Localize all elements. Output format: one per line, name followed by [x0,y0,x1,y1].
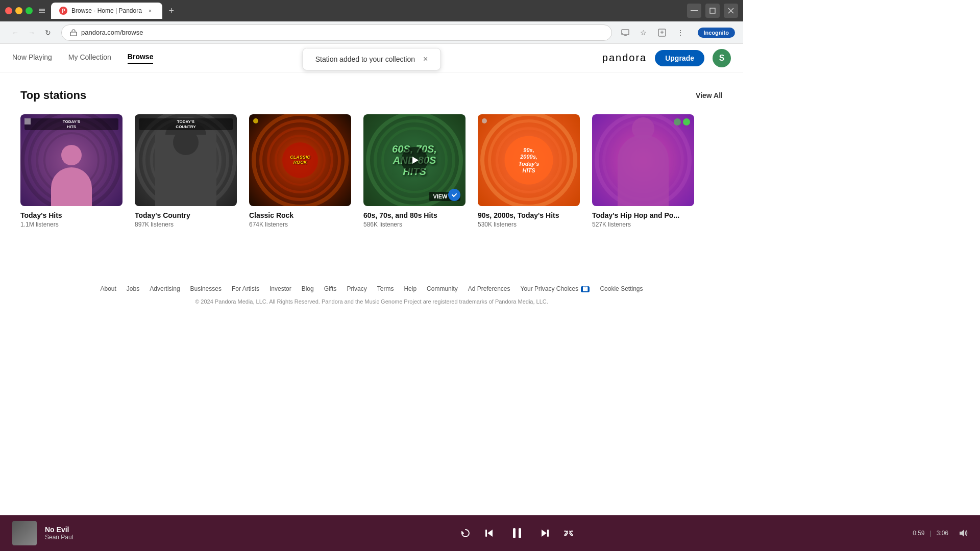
svg-rect-1 [710,8,715,13]
station-art-todays-hits: TODAY'SHITS [20,114,122,206]
footer-link-for-artists[interactable]: For Artists [232,285,259,292]
now-playing-nav[interactable]: Now Playing [12,53,52,63]
station-name-90s2000s: 90s, 2000s, Today's Hits [478,211,580,219]
restore-window-btn[interactable] [705,4,720,18]
tab-favicon: P [59,7,67,15]
footer-link-terms[interactable]: Terms [377,285,394,292]
section-header: Top stations View All [20,89,723,102]
browser-chrome: P Browse - Home | Pandora × + [0,0,743,21]
browser-actions: ☆ ⋮ [618,26,688,40]
app-header: Now Playing My Collection Browse Station… [0,44,743,72]
station-name-60s70s80s: 60s, 70s, and 80s Hits [363,211,465,219]
forward-btn[interactable]: → [24,26,39,40]
incognito-badge: Incognito [698,28,736,38]
station-card-90s2000s[interactable]: 90s,2000s,Today'sHITS 90s, 2000s, Today'… [478,114,580,228]
station-listeners-60s70s80s: 586K listeners [363,221,465,228]
footer-link-advertising[interactable]: Advertising [150,285,180,292]
station-name-hiphop: Today's Hip Hop and Po... [592,211,694,219]
bookmark-btn[interactable]: ☆ [636,26,651,40]
footer-link-cookie-settings[interactable]: Cookie Settings [600,285,643,292]
station-card-hiphop[interactable]: Today's Hip Hop and Po... 527K listeners [592,114,694,228]
tab-list-btn[interactable] [37,6,47,16]
window-minimize-btn[interactable] [15,7,22,14]
svg-marker-5 [412,157,419,164]
station-name-todays-hits: Today's Hits [20,211,122,219]
minimize-window-btn[interactable] [687,4,701,18]
station-name-todays-country: Today's Country [135,211,237,219]
footer-link-businesses[interactable]: Businesses [190,285,222,292]
footer: About Jobs Advertising Businesses For Ar… [0,265,743,325]
upgrade-btn[interactable]: Upgrade [655,50,704,66]
profile-btn[interactable] [655,26,669,40]
station-art-hiphop [592,114,694,206]
window-controls [5,7,33,14]
tab-close-btn[interactable]: × [146,7,154,15]
menu-btn[interactable]: ⋮ [673,26,688,40]
station-listeners-hiphop: 527K listeners [592,221,694,228]
tab-title: Browse - Home | Pandora [71,7,142,14]
navigation-bar: ← → ↻ pandora.com/browse ☆ ⋮ Incognito [0,21,743,44]
station-art-classic-rock: CLASSICROCK [249,114,351,206]
footer-copyright: © 2024 Pandora Media, LLC. All Rights Re… [20,298,723,305]
station-art-60s70s80s: 60S, 70S,AND 80SHITS VIEW ●●● [363,114,465,206]
browser-nav-arrows: ← → ↻ [8,26,55,40]
screen-cast-btn[interactable] [618,26,632,40]
station-card-classic-rock[interactable]: CLASSICROCK Classic Rock 674K listeners [249,114,351,228]
footer-link-help[interactable]: Help [404,285,416,292]
footer-link-privacy[interactable]: Privacy [347,285,366,292]
station-art-todays-country: TODAY'SCOUNTRY [135,114,237,206]
stations-grid: TODAY'SHITS Today's Hits 1.1M listeners … [20,114,723,228]
footer-link-investor[interactable]: Investor [270,285,291,292]
station-card-todays-hits[interactable]: TODAY'SHITS Today's Hits 1.1M listeners [20,114,122,228]
station-listeners-todays-hits: 1.1M listeners [20,221,122,228]
station-listeners-90s2000s: 530K listeners [478,221,580,228]
notification-close-btn[interactable]: × [423,55,428,64]
refresh-btn[interactable]: ↻ [41,26,55,40]
footer-link-your-privacy[interactable]: Your Privacy Choices 🆂 [520,285,590,292]
footer-link-blog[interactable]: Blog [302,285,314,292]
station-name-classic-rock: Classic Rock [249,211,351,219]
tab-bar: P Browse - Home | Pandora × + [51,3,683,19]
back-btn[interactable]: ← [8,26,22,40]
svg-rect-0 [691,10,698,11]
user-avatar[interactable]: S [713,49,731,67]
lock-icon [70,29,77,36]
station-listeners-classic-rock: 674K listeners [249,221,351,228]
new-tab-btn[interactable]: + [164,4,179,18]
window-close-btn[interactable] [5,7,12,14]
todays-country-badge: TODAY'SCOUNTRY [139,118,233,130]
my-collection-nav[interactable]: My Collection [68,53,111,63]
app-nav: Now Playing My Collection Browse [12,53,153,64]
station-card-todays-country[interactable]: TODAY'SCOUNTRY Today's Country 897K list… [135,114,237,228]
browse-nav[interactable]: Browse [128,53,154,64]
close-window-btn[interactable] [724,4,738,18]
footer-links: About Jobs Advertising Businesses For Ar… [20,285,723,292]
footer-link-about[interactable]: About [101,285,116,292]
station-card-60s70s80s[interactable]: 60S, 70S,AND 80SHITS VIEW ●●● [363,114,465,228]
added-check [448,189,460,201]
footer-link-jobs[interactable]: Jobs [127,285,139,292]
footer-link-ad-preferences[interactable]: Ad Preferences [468,285,510,292]
play-btn-60s70s80s[interactable] [401,147,428,173]
station-art-90s2000s: 90s,2000s,Today'sHITS [478,114,580,206]
pandora-logo-area: pandora Upgrade S [602,49,731,67]
url-text: pandora.com/browse [81,29,143,36]
todays-hits-badge: TODAY'SHITS [24,118,118,130]
footer-link-community[interactable]: Community [427,285,458,292]
station-listeners-todays-country: 897K listeners [135,221,237,228]
view-all-link[interactable]: View All [696,91,723,99]
active-tab[interactable]: P Browse - Home | Pandora × [51,3,162,19]
section-title: Top stations [20,89,86,102]
pandora-wordmark: pandora [602,52,647,64]
notification-banner: Station added to your collection × [303,48,441,70]
main-content: Top stations View All TODAY'SHITS [0,72,743,244]
footer-link-gifts[interactable]: Gifts [324,285,337,292]
notification-text: Station added to your collection [315,55,415,63]
address-bar[interactable]: pandora.com/browse [61,24,612,41]
window-maximize-btn[interactable] [26,7,33,14]
